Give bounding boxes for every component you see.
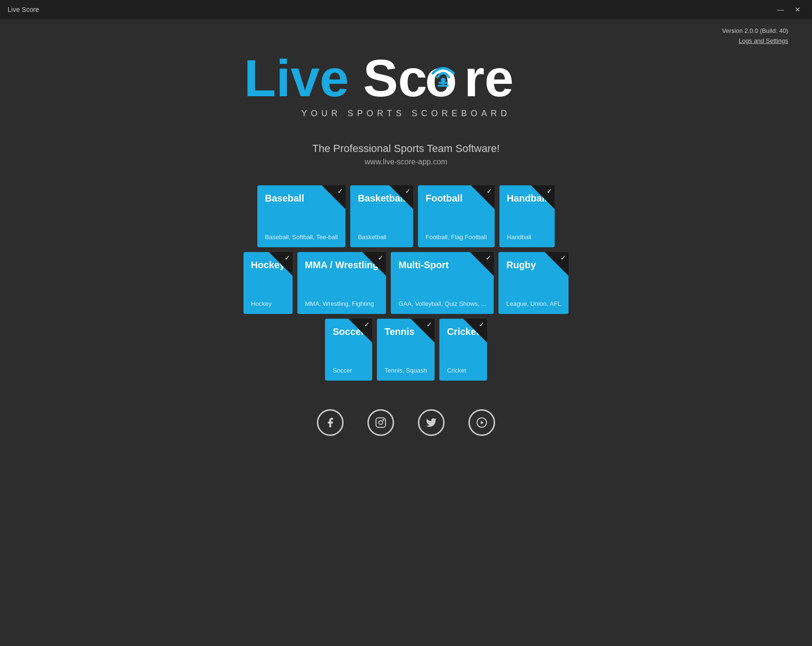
- sport-subtitle-soccer: Soccer: [333, 367, 365, 374]
- tagline-url: www.live-score-app.com: [365, 158, 447, 166]
- title-bar: Live Score — ✕: [0, 0, 812, 19]
- checkmark-baseball: ✓: [322, 185, 345, 209]
- instagram-button[interactable]: [367, 409, 394, 436]
- sport-card-cricket[interactable]: ✓ Cricket Cricket: [439, 319, 487, 381]
- svg-text:Live: Live: [244, 49, 349, 105]
- checkmark-football: ✓: [471, 185, 495, 209]
- facebook-icon: [325, 417, 336, 428]
- logo-container: Live Sc o re: [239, 43, 573, 119]
- version-text: Version 2.0.0 (Build: 40): [722, 26, 788, 36]
- sport-card-mma[interactable]: ✓ MMA / Wrestling MMA, Wrestling, Fighti…: [297, 252, 386, 314]
- sport-card-multisport[interactable]: ✓ Multi-Sport GAA, Volleyball, Quiz Show…: [391, 252, 494, 314]
- sport-subtitle-handball: Handball: [507, 233, 547, 241]
- sport-card-rugby[interactable]: ✓ Rugby League, Union, AFL: [498, 252, 568, 314]
- svg-text:o: o: [425, 49, 457, 105]
- youtube-button[interactable]: [468, 409, 495, 436]
- sport-card-tennis[interactable]: ✓ Tennis Tennis, Squash: [377, 319, 435, 381]
- sport-subtitle-cricket: Cricket: [447, 367, 479, 374]
- minimize-button[interactable]: —: [774, 4, 787, 15]
- svg-text:re: re: [464, 49, 514, 105]
- svg-rect-8: [376, 418, 386, 427]
- sport-row-2: ✓ Hockey Hockey ✓ MMA / Wrestling MMA, W…: [244, 252, 569, 314]
- window-controls: — ✕: [774, 4, 804, 15]
- scoreboard-tagline: YOUR SPORTS SCOREBOARD: [239, 109, 573, 119]
- sport-subtitle-tennis: Tennis, Squash: [385, 367, 427, 374]
- sport-subtitle-football: Football, Flag Football: [426, 233, 487, 241]
- sport-card-handball[interactable]: ✓ Handball Handball: [499, 185, 555, 247]
- checkmark-basketball: ✓: [389, 185, 413, 209]
- sport-subtitle-basketball: Basketball: [358, 233, 406, 241]
- checkmark-tennis: ✓: [411, 319, 435, 343]
- sport-row-1: ✓ Baseball Baseball, Softball, Tee-ball …: [257, 185, 555, 247]
- youtube-icon: [476, 417, 487, 428]
- checkmark-soccer: ✓: [348, 319, 372, 343]
- svg-marker-12: [481, 421, 484, 424]
- sport-subtitle-mma: MMA, Wrestling, Fighting: [305, 300, 378, 307]
- twitter-button[interactable]: [418, 409, 445, 436]
- sport-grid: ✓ Baseball Baseball, Softball, Tee-ball …: [0, 185, 812, 385]
- svg-point-10: [383, 420, 384, 421]
- checkmark-hockey: ✓: [269, 252, 293, 276]
- logo-svg: Live Sc o re: [239, 43, 573, 105]
- settings-link[interactable]: Logs and Settings: [722, 36, 788, 46]
- sport-row-3: ✓ Soccer Soccer ✓ Tennis Tennis, Squash …: [325, 319, 487, 381]
- sport-card-soccer[interactable]: ✓ Soccer Soccer: [325, 319, 372, 381]
- sport-subtitle-hockey: Hockey: [251, 300, 285, 307]
- checkmark-handball: ✓: [531, 185, 555, 209]
- facebook-button[interactable]: [317, 409, 344, 436]
- instagram-icon: [375, 417, 386, 428]
- sport-subtitle-rugby: League, Union, AFL: [506, 300, 561, 307]
- logo-image: Live Sc o re: [239, 43, 573, 105]
- checkmark-mma: ✓: [362, 252, 386, 276]
- social-bar: [317, 409, 495, 436]
- app-title: Live Score: [8, 6, 39, 13]
- checkmark-cricket: ✓: [463, 319, 487, 343]
- svg-text:Sc: Sc: [363, 49, 427, 105]
- version-info: Version 2.0.0 (Build: 40) Logs and Setti…: [722, 26, 788, 46]
- sport-card-basketball[interactable]: ✓ Basketball Basketball: [350, 185, 413, 247]
- main-content: Live Sc o re: [0, 19, 812, 436]
- sport-card-football[interactable]: ✓ Football Football, Flag Football: [418, 185, 495, 247]
- sport-card-baseball[interactable]: ✓ Baseball Baseball, Softball, Tee-ball: [257, 185, 345, 247]
- tagline-main: The Professional Sports Team Software!: [312, 142, 499, 155]
- close-button[interactable]: ✕: [791, 4, 804, 15]
- checkmark-multisport: ✓: [470, 252, 494, 276]
- svg-point-3: [441, 78, 446, 82]
- sport-card-hockey[interactable]: ✓ Hockey Hockey: [244, 252, 293, 314]
- svg-point-9: [379, 421, 383, 424]
- twitter-icon: [426, 417, 437, 428]
- sport-subtitle-multisport: GAA, Volleyball, Quiz Shows, ...: [398, 300, 486, 307]
- checkmark-rugby: ✓: [545, 252, 568, 276]
- sport-subtitle-baseball: Baseball, Softball, Tee-ball: [265, 233, 338, 241]
